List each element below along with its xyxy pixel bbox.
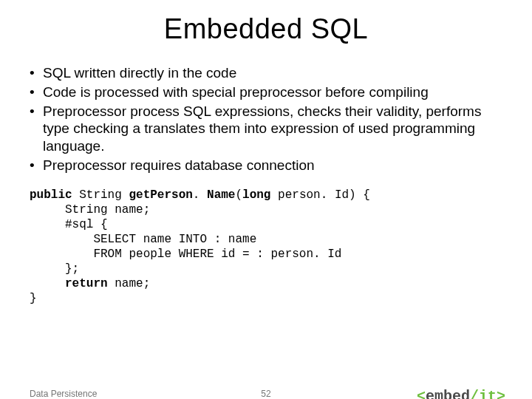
code-line: #sql {	[30, 218, 108, 231]
code-text: .	[193, 188, 207, 202]
logo-slash-icon: /	[470, 388, 479, 399]
code-line: }	[30, 292, 37, 305]
bullet-text: Preprocessor process SQL expressions, ch…	[43, 103, 502, 155]
logo-angle-right-icon: >	[497, 388, 505, 399]
code-keyword: Name	[207, 188, 235, 202]
slide: Embedded SQL • SQL written directly in t…	[0, 13, 532, 399]
logo-angle-left-icon: <	[417, 388, 426, 399]
bullet-text: SQL written directly in the code	[43, 64, 502, 82]
bullet-item: • Preprocessor requires database connect…	[30, 157, 502, 174]
bullet-dot-icon: •	[30, 64, 43, 82]
logo-text-it: it	[479, 388, 497, 399]
code-keyword: return	[65, 277, 108, 290]
bullet-item: • SQL written directly in the code	[30, 64, 502, 82]
logo-text-embed: embed	[426, 388, 470, 399]
code-line: };	[30, 262, 79, 276]
bullet-item: • Code is processed with special preproc…	[30, 83, 502, 101]
bullet-dot-icon: •	[30, 103, 43, 155]
bullet-dot-icon: •	[30, 157, 43, 174]
code-line: FROM people WHERE id = : person. Id	[30, 248, 341, 261]
code-keyword: public	[30, 188, 72, 202]
bullet-item: • Preprocessor process SQL expressions, …	[30, 103, 502, 155]
code-text: (	[235, 188, 242, 202]
bullet-dot-icon: •	[30, 83, 43, 101]
bullet-text: Preprocessor requires database connectio…	[43, 157, 502, 174]
code-text: Id) {	[335, 188, 370, 202]
slide-title: Embedded SQL	[0, 13, 532, 45]
code-keyword: Person	[150, 188, 193, 202]
code-text: String	[72, 188, 129, 202]
embedit-logo: <embed/it>	[417, 388, 505, 399]
code-line: SELECT name INTO : name	[30, 233, 256, 246]
bullet-text: Code is processed with special preproces…	[43, 83, 502, 101]
code-text: .	[321, 188, 335, 202]
code-keyword: long	[242, 188, 270, 202]
code-block: public String getPerson. Name(long perso…	[30, 188, 502, 306]
bullet-list: • SQL written directly in the code • Cod…	[30, 64, 502, 174]
code-keyword: get	[129, 188, 150, 202]
code-text: person	[270, 188, 320, 202]
code-line: String name;	[30, 203, 150, 216]
code-text: name;	[108, 277, 151, 290]
code-text	[30, 277, 65, 290]
